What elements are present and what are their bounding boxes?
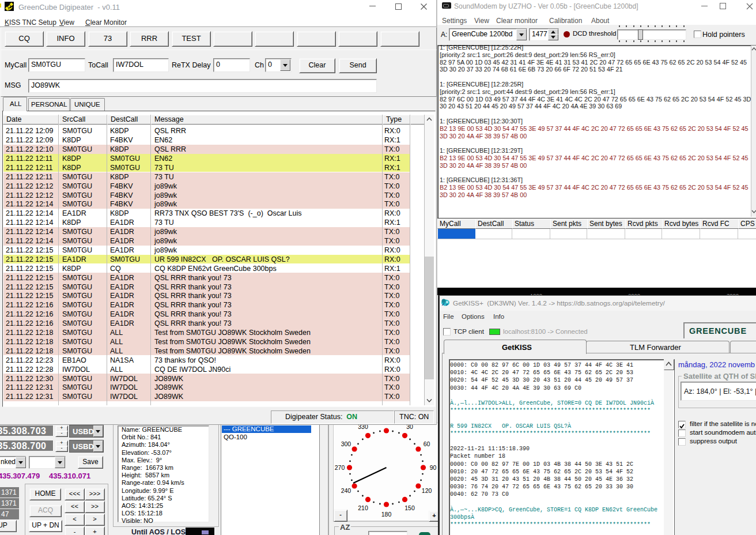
svg-text:300: 300 — [341, 440, 351, 447]
svg-text:180: 180 — [381, 511, 392, 518]
svg-text:270: 270 — [335, 464, 345, 471]
svg-text:210: 210 — [358, 504, 368, 511]
svg-text:150: 150 — [405, 504, 415, 511]
svg-text:240: 240 — [341, 487, 351, 494]
svg-text:90: 90 — [430, 464, 437, 471]
svg-text:120: 120 — [422, 487, 432, 494]
svg-text:60: 60 — [424, 440, 430, 447]
